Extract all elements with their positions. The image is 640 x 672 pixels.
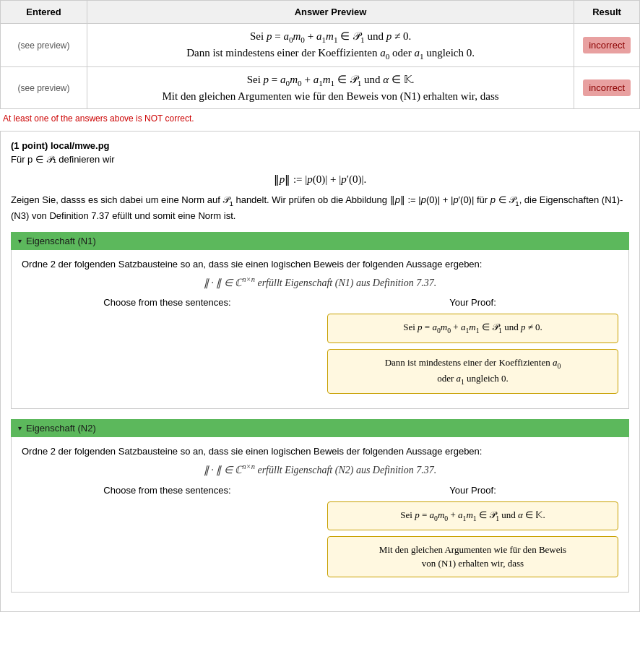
result-badge-2: incorrect <box>583 79 631 96</box>
n2-choose-label: Choose from these sentences: <box>22 485 313 496</box>
n2-proof-label: Your Proof: <box>327 485 618 496</box>
eigenschaft-n1-section: ▾ Eigenschaft (N1) Ordne 2 der folgenden… <box>11 232 629 409</box>
preview-cell-1: Sei p = a0m0 + a1m1 ∈ 𝒫1 und p ≠ 0. Dann… <box>87 24 574 67</box>
result-cell-2: incorrect <box>574 67 640 109</box>
n2-proof-area: Choose from these sentences: Your Proof:… <box>22 485 618 583</box>
preview-line1-row1: Sei p = a0m0 + a1m1 ∈ 𝒫1 und p ≠ 0. <box>96 30 565 44</box>
problem-description: Zeigen Sie, dasss es sich dabei um eine … <box>11 193 629 223</box>
eigenschaft-n2-section: ▾ Eigenschaft (N2) Ordne 2 der folgenden… <box>11 419 629 593</box>
col-header-preview: Answer Preview <box>87 1 574 24</box>
n2-header-label: Eigenschaft (N2) <box>26 423 96 434</box>
entered-cell-2: (see preview) <box>1 67 87 109</box>
problem-points: (1 point) <box>11 140 48 151</box>
result-cell-1: incorrect <box>574 24 640 67</box>
n2-sentence-1[interactable]: Sei p = a0m0 + a1m1 ∈ 𝒫1 und α ∈ 𝕂. <box>327 501 618 530</box>
result-badge-1: incorrect <box>583 37 631 53</box>
n2-sentence-2[interactable]: Mit den gleichen Argumenten wie für den … <box>327 536 618 577</box>
n1-choose-label: Choose from these sentences: <box>22 297 313 308</box>
eigenschaft-n1-body: Ordne 2 der folgenden Satzbausteine so a… <box>11 250 629 409</box>
n1-choose-area: Choose from these sentences: <box>22 297 313 400</box>
eigenschaft-n2-body: Ordne 2 der folgenden Satzbausteine so a… <box>11 437 629 593</box>
n2-ordne-text: Ordne 2 der folgenden Satzbausteine so a… <box>22 446 618 457</box>
main-content: (1 point) local/mwe.pg Für p ∈ 𝒫₁ defini… <box>0 131 640 612</box>
n1-sentence-1[interactable]: Sei p = a0m0 + a1m1 ∈ 𝒫1 und p ≠ 0. <box>327 314 618 343</box>
n1-your-proof-area: Your Proof: Sei p = a0m0 + a1m1 ∈ 𝒫1 und… <box>327 297 618 400</box>
n1-ordne-text: Ordne 2 der folgenden Satzbausteine so a… <box>22 259 618 270</box>
table-row: (see preview) Sei p = a0m0 + a1m1 ∈ 𝒫1 u… <box>1 67 640 109</box>
n1-norm-statement: ‖ · ‖ ∈ ℂn×n erfüllt Eigenschaft (N1) au… <box>22 275 618 289</box>
preview-line2-row2: Mit den gleichen Argumenten wie für den … <box>96 90 565 103</box>
preview-line1-row2: Sei p = a0m0 + a1m1 ∈ 𝒫1 und α ∈ 𝕂. <box>96 73 565 87</box>
error-message: At least one of the answers above is NOT… <box>0 109 640 128</box>
entered-cell-1: (see preview) <box>1 24 87 67</box>
norm-formula: ‖p‖ := |p(0)| + |p′(0)|. <box>11 173 629 186</box>
n1-proof-area: Choose from these sentences: Your Proof:… <box>22 297 618 400</box>
table-row: (see preview) Sei p = a0m0 + a1m1 ∈ 𝒫1 u… <box>1 24 640 67</box>
problem-filename: local/mwe.pg <box>51 140 110 151</box>
eigenschaft-n2-header[interactable]: ▾ Eigenschaft (N2) <box>11 419 629 437</box>
n1-proof-label: Your Proof: <box>327 297 618 308</box>
n2-arrow-icon: ▾ <box>18 424 22 432</box>
col-header-result: Result <box>574 1 640 24</box>
problem-title: (1 point) local/mwe.pg <box>11 140 629 151</box>
preview-cell-2: Sei p = a0m0 + a1m1 ∈ 𝒫1 und α ∈ 𝕂. Mit … <box>87 67 574 109</box>
n2-your-proof-area: Your Proof: Sei p = a0m0 + a1m1 ∈ 𝒫1 und… <box>327 485 618 583</box>
answer-table: Entered Answer Preview Result (see previ… <box>0 0 640 109</box>
n1-arrow-icon: ▾ <box>18 237 22 245</box>
eigenschaft-n1-header[interactable]: ▾ Eigenschaft (N1) <box>11 232 629 250</box>
n2-choose-area: Choose from these sentences: <box>22 485 313 583</box>
n2-norm-statement: ‖ · ‖ ∈ ℂn×n erfüllt Eigenschaft (N2) au… <box>22 462 618 476</box>
preview-line2-row1: Dann ist mindestens einer der Koeffizien… <box>96 47 565 61</box>
n1-sentence-2[interactable]: Dann ist mindestens einer der Koeffizien… <box>327 349 618 394</box>
n1-header-label: Eigenschaft (N1) <box>26 236 96 246</box>
col-header-entered: Entered <box>1 1 87 24</box>
problem-intro: Für p ∈ 𝒫₁ definieren wir <box>11 154 629 165</box>
